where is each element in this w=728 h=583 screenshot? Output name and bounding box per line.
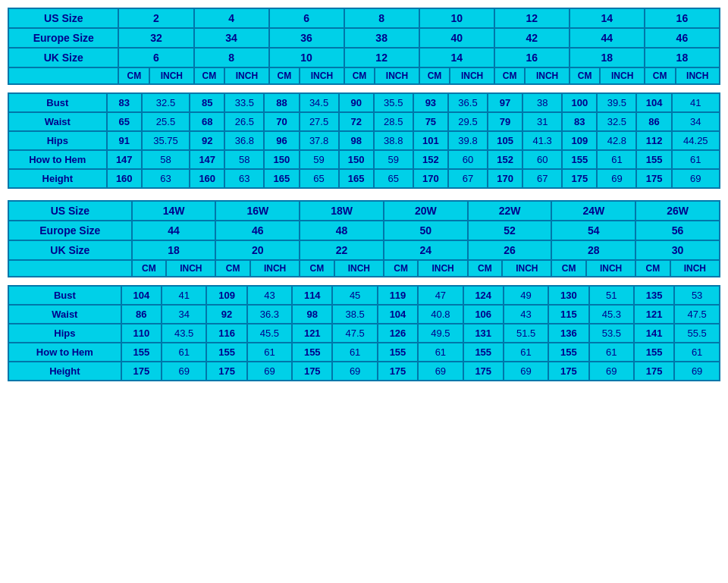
inch-value: 35.75 <box>142 131 190 150</box>
inch-h: INCH <box>418 260 467 277</box>
inch-value: 34 <box>162 305 207 324</box>
measurement-row: Hips9135.759236.89637.89838.810139.81054… <box>8 131 720 150</box>
cm-value: 147 <box>190 150 224 169</box>
inch-h: INCH <box>586 260 635 277</box>
uk-size-16: 16 <box>494 48 570 67</box>
measurement-label: Bust <box>8 286 121 305</box>
inch-value: 41 <box>672 93 720 112</box>
cm-value: 98 <box>339 131 374 150</box>
inch-header: INCH <box>300 67 344 84</box>
cm-value: 101 <box>413 131 448 150</box>
cm-value: 112 <box>636 131 671 150</box>
measurement-label: Hips <box>8 324 121 343</box>
inch-value: 69 <box>597 169 636 188</box>
cm-value: 155 <box>548 343 588 362</box>
uk-size-18b: 18 <box>645 48 720 67</box>
inch-value: 29.5 <box>448 112 488 131</box>
uk2-size-28: 28 <box>551 240 635 260</box>
eu-size-38: 38 <box>344 28 419 48</box>
inch-value: 51.5 <box>504 324 549 343</box>
inch-value: 41.3 <box>522 131 562 150</box>
uk-size-6: 6 <box>118 48 193 67</box>
cm-header: CM <box>269 67 300 84</box>
uk-size-14: 14 <box>419 48 494 67</box>
cm-h: CM <box>635 260 670 277</box>
cm-value: 72 <box>339 112 374 131</box>
us-size-22w: 22W <box>468 201 552 221</box>
cm-value: 75 <box>413 112 448 131</box>
cm-value: 92 <box>206 305 246 324</box>
cm-h: CM <box>384 260 419 277</box>
inch-value: 38.5 <box>332 305 378 324</box>
inch-value: 43 <box>247 286 293 305</box>
cm-value: 150 <box>264 150 299 169</box>
measurement-row: Bust10441109431144511947124491305113553 <box>8 286 720 305</box>
eu-size-44: 44 <box>570 28 645 48</box>
measurement-row: Waist86349236.39838.510440.81064311545.3… <box>8 305 720 324</box>
inch-header: INCH <box>600 67 644 84</box>
cm-value: 92 <box>190 131 224 150</box>
cm-value: 70 <box>264 112 299 131</box>
inch-value: 41 <box>162 286 207 305</box>
inch-value: 63 <box>224 169 264 188</box>
inch-value: 36.5 <box>448 93 488 112</box>
us-size-14: 14 <box>570 8 645 28</box>
cm-value: 93 <box>413 93 448 112</box>
inch-value: 60 <box>522 150 562 169</box>
cm-value: 106 <box>463 305 504 324</box>
us-size-4: 4 <box>194 8 269 28</box>
inch-header: INCH <box>525 67 569 84</box>
cm-header: CM <box>645 67 676 84</box>
measurement-label: Height <box>8 362 121 381</box>
measurement-row: Height1756917569175691756917569175691756… <box>8 362 720 381</box>
cm-value: 160 <box>190 169 224 188</box>
uk-size-row-1: UK Size 6 8 10 12 14 16 18 18 <box>8 48 720 67</box>
cm-value: 104 <box>378 305 418 324</box>
inch-header: INCH <box>450 67 494 84</box>
inch-value: 45.3 <box>589 305 635 324</box>
uk-size-row-2: UK Size 18 20 22 24 26 28 30 <box>8 240 720 260</box>
inch-header: INCH <box>676 67 720 84</box>
cm-value: 155 <box>121 343 162 362</box>
inch-h: INCH <box>334 260 384 277</box>
inch-value: 67 <box>448 169 488 188</box>
size-table-2: US Size 14W 16W 18W 20W 22W 24W 26W Euro… <box>8 200 720 277</box>
inch-value: 65 <box>374 169 413 188</box>
cm-value: 175 <box>292 362 332 381</box>
cm-value: 85 <box>190 93 224 112</box>
cm-value: 97 <box>488 93 522 112</box>
inch-value: 65 <box>300 169 339 188</box>
measurement-row: How to Hem147581475815059150591526015260… <box>8 150 720 169</box>
cm-value: 175 <box>121 362 162 381</box>
europe-size-row-2: Europe Size 44 46 48 50 52 54 56 <box>8 221 720 240</box>
cm-value: 115 <box>548 305 588 324</box>
inch-value: 38.8 <box>374 131 413 150</box>
uk2-size-24: 24 <box>384 240 468 260</box>
inch-value: 61 <box>597 150 636 169</box>
uk2-size-22: 22 <box>300 240 384 260</box>
cm-value: 119 <box>378 286 418 305</box>
cm-h: CM <box>468 260 503 277</box>
cm-value: 83 <box>562 112 597 131</box>
eu-size-34: 34 <box>194 28 269 48</box>
measurement-label: Height <box>8 169 107 188</box>
eu-size-36: 36 <box>269 28 344 48</box>
cm-value: 175 <box>562 169 597 188</box>
inch-value: 47.5 <box>674 305 720 324</box>
inch-value: 36.3 <box>247 305 293 324</box>
cm-value: 150 <box>339 150 374 169</box>
cm-value: 104 <box>636 93 671 112</box>
inch-value: 25.5 <box>142 112 190 131</box>
us-size-18w: 18W <box>300 201 384 221</box>
cm-value: 124 <box>463 286 504 305</box>
cm-h: CM <box>300 260 334 277</box>
cm-value: 109 <box>562 131 597 150</box>
cm-value: 175 <box>463 362 504 381</box>
eu2-size-50: 50 <box>384 221 468 240</box>
uk-size-12: 12 <box>344 48 419 67</box>
cm-value: 152 <box>488 150 522 169</box>
inch-value: 36.8 <box>224 131 264 150</box>
cm-value: 105 <box>488 131 522 150</box>
inch-value: 51 <box>589 286 635 305</box>
eu2-size-48: 48 <box>300 221 384 240</box>
